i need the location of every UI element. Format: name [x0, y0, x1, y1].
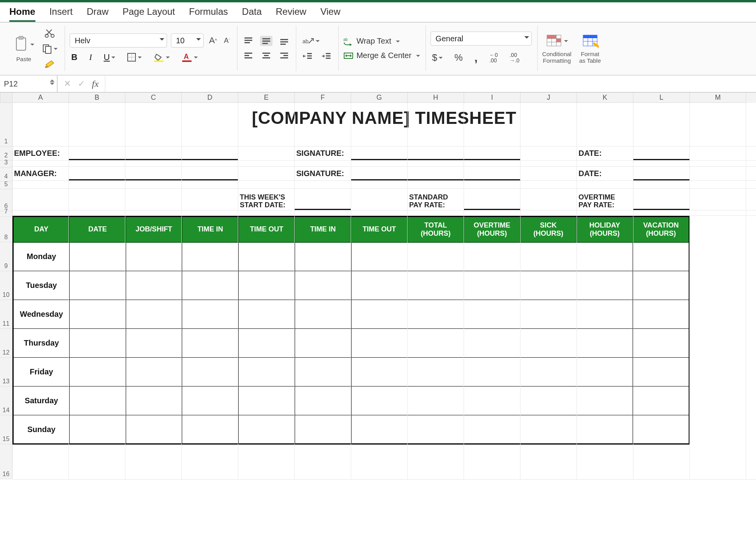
cell[interactable]: [464, 271, 520, 300]
cell[interactable]: [464, 358, 520, 386]
cell[interactable]: [295, 329, 351, 358]
date1-field[interactable]: [633, 149, 690, 160]
tab-view[interactable]: View: [320, 6, 341, 22]
underline-button[interactable]: U: [102, 51, 117, 63]
cell[interactable]: [408, 415, 464, 444]
weekstart-field[interactable]: [295, 199, 351, 210]
tab-formulas[interactable]: Formulas: [189, 6, 228, 22]
cell[interactable]: [69, 271, 126, 300]
cell[interactable]: [464, 415, 520, 444]
format-painter-button[interactable]: [40, 58, 59, 69]
cell[interactable]: [69, 358, 126, 386]
cell[interactable]: [633, 242, 689, 271]
orientation-button[interactable]: ab: [301, 35, 321, 46]
tab-page-layout[interactable]: Page Layout: [123, 6, 175, 22]
cell[interactable]: [351, 415, 408, 444]
sheet-grid[interactable]: A B C D E F G H I J K L M 12345678910111…: [0, 93, 756, 480]
signature2-field[interactable]: [351, 169, 520, 180]
cell[interactable]: [182, 300, 239, 329]
select-all-corner[interactable]: [0, 93, 12, 103]
col-A[interactable]: A: [12, 93, 69, 103]
col-K[interactable]: K: [577, 93, 633, 103]
cell[interactable]: [351, 358, 408, 386]
cell[interactable]: [633, 358, 689, 386]
col-C[interactable]: C: [125, 93, 182, 103]
column-headers[interactable]: A B C D E F G H I J K L M: [0, 93, 756, 103]
cell[interactable]: [182, 329, 239, 358]
cell[interactable]: [464, 300, 520, 329]
cell[interactable]: [633, 415, 689, 444]
cell[interactable]: [351, 300, 408, 329]
paste-button[interactable]: [12, 35, 36, 54]
italic-button[interactable]: I: [88, 51, 93, 63]
cell[interactable]: [633, 271, 689, 300]
cell[interactable]: [464, 242, 520, 271]
col-M[interactable]: M: [690, 93, 746, 103]
cell[interactable]: [295, 300, 351, 329]
cut-button[interactable]: [40, 27, 59, 39]
cell[interactable]: [633, 329, 689, 358]
decrease-decimal-button[interactable]: .00→.0: [508, 51, 521, 64]
row-3[interactable]: 3: [0, 161, 12, 168]
signature1-field[interactable]: [351, 149, 520, 160]
fill-color-button[interactable]: [152, 52, 171, 63]
cell[interactable]: [408, 386, 464, 415]
increase-indent-button[interactable]: [320, 51, 333, 61]
cell[interactable]: [577, 300, 633, 329]
cell[interactable]: [69, 242, 126, 271]
row-12[interactable]: 12: [0, 329, 12, 358]
cell[interactable]: [69, 386, 126, 415]
borders-button[interactable]: [125, 52, 143, 63]
cell[interactable]: [520, 242, 577, 271]
cell[interactable]: [126, 386, 182, 415]
cell[interactable]: [182, 415, 239, 444]
cell[interactable]: [182, 358, 239, 386]
tab-review[interactable]: Review: [276, 6, 306, 22]
cell[interactable]: [577, 358, 633, 386]
cell[interactable]: [295, 242, 351, 271]
shrink-font-button[interactable]: Aˇ: [222, 36, 231, 46]
wrap-text-button[interactable]: ab Wrap Text: [343, 37, 420, 46]
cell[interactable]: [182, 242, 239, 271]
enter-formula-icon[interactable]: ✓: [78, 79, 85, 89]
comma-format-button[interactable]: ,: [473, 50, 479, 65]
row-1[interactable]: 1: [0, 103, 12, 146]
cell[interactable]: [126, 358, 182, 386]
row-8[interactable]: 8: [0, 217, 12, 242]
cell[interactable]: [295, 386, 351, 415]
conditional-formatting-button[interactable]: [544, 33, 570, 49]
col-F[interactable]: F: [295, 93, 351, 103]
align-center-button[interactable]: [260, 51, 273, 61]
tab-data[interactable]: Data: [242, 6, 262, 22]
cell[interactable]: [239, 415, 295, 444]
cell[interactable]: [351, 386, 408, 415]
merge-center-button[interactable]: Merge & Center: [343, 51, 420, 60]
cell[interactable]: [520, 271, 577, 300]
col-B[interactable]: B: [69, 93, 125, 103]
cell[interactable]: [577, 329, 633, 358]
row-5[interactable]: 5: [0, 182, 12, 189]
cell[interactable]: [351, 242, 408, 271]
col-D[interactable]: D: [182, 93, 238, 103]
cell[interactable]: [520, 329, 577, 358]
col-I[interactable]: I: [464, 93, 520, 103]
cell[interactable]: [577, 271, 633, 300]
row-7[interactable]: 7: [0, 211, 12, 217]
cell[interactable]: [351, 329, 408, 358]
cell[interactable]: [633, 386, 689, 415]
col-E[interactable]: E: [238, 93, 295, 103]
cell[interactable]: [239, 271, 295, 300]
cancel-formula-icon[interactable]: ✕: [64, 79, 71, 89]
cell[interactable]: [295, 358, 351, 386]
align-top-button[interactable]: [242, 36, 255, 46]
cell[interactable]: [295, 415, 351, 444]
row-9[interactable]: 9: [0, 242, 12, 271]
cell[interactable]: [239, 358, 295, 386]
font-color-button[interactable]: A: [180, 52, 199, 63]
cell[interactable]: [464, 329, 520, 358]
cell[interactable]: [408, 329, 464, 358]
increase-decimal-button[interactable]: ←0.00: [488, 51, 499, 64]
col-H[interactable]: H: [408, 93, 464, 103]
cell[interactable]: [408, 300, 464, 329]
percent-format-button[interactable]: %: [453, 51, 464, 64]
